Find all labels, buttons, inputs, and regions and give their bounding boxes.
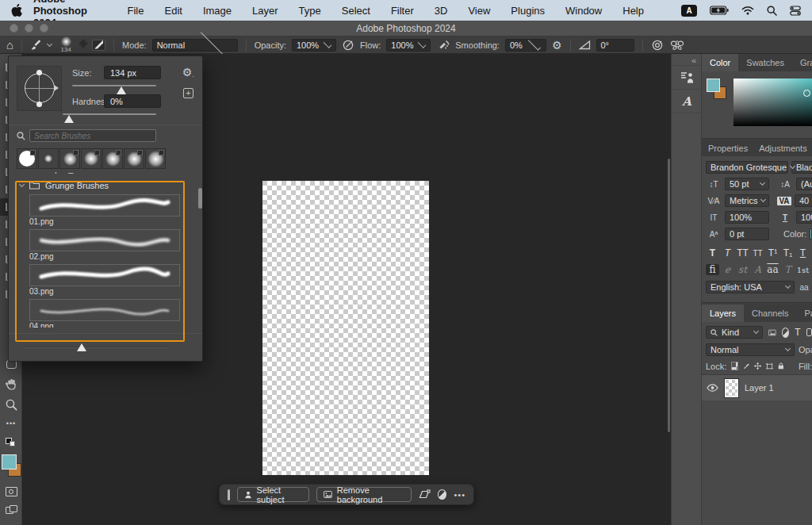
menu-edit[interactable]: Edit <box>154 5 192 17</box>
panel-fg-bg-swatches[interactable] <box>707 77 729 132</box>
brush-tile-soft[interactable] <box>145 148 166 169</box>
small-caps-button[interactable]: TT <box>751 249 764 258</box>
baseline-shift-input[interactable]: 0 pt <box>725 228 769 240</box>
brush-tool-preset-icon[interactable] <box>30 39 42 51</box>
brush-tile-soft[interactable] <box>59 148 80 169</box>
brush-item-03[interactable]: 03.png <box>29 264 180 297</box>
layer-visibility-eye-icon[interactable] <box>707 384 718 392</box>
foreground-color-swatch[interactable] <box>2 454 17 469</box>
foreground-background-swatches[interactable] <box>1 454 21 478</box>
default-colors-icon[interactable] <box>6 436 17 446</box>
lock-position-icon[interactable] <box>754 361 761 371</box>
menu-select[interactable]: Select <box>331 5 381 17</box>
brush-popup-gear-icon[interactable]: ⚙˯ <box>182 66 194 79</box>
search-brushes-input[interactable] <box>29 129 156 142</box>
menu-view[interactable]: View <box>458 5 500 17</box>
leading-select[interactable]: (Auto) <box>796 178 812 190</box>
hand-tool-icon[interactable] <box>6 377 17 390</box>
input-source-icon[interactable]: A <box>681 5 697 17</box>
document-canvas-transparent[interactable] <box>262 181 429 475</box>
panel-foreground-swatch[interactable] <box>707 79 720 92</box>
menu-plugins[interactable]: Plugins <box>500 5 555 17</box>
brush-size-input[interactable]: 134 px <box>104 66 161 79</box>
brush-tile-soft[interactable] <box>81 148 102 169</box>
contextual-alternates-button[interactable]: ℯ <box>721 264 734 275</box>
font-style-select[interactable]: Black <box>791 161 812 174</box>
layer-filter-select[interactable]: Kind <box>706 326 763 339</box>
tab-color[interactable]: Color <box>702 54 738 71</box>
roundness-handle-bottom[interactable] <box>36 102 42 107</box>
chevron-down-icon[interactable] <box>19 182 25 187</box>
discretionary-ligatures-button[interactable]: st <box>736 264 749 275</box>
brush-list-scrollbar[interactable] <box>198 188 202 209</box>
apple-menu-icon[interactable] <box>11 4 22 17</box>
lock-transparency-icon[interactable] <box>731 362 737 370</box>
search-icon[interactable] <box>767 6 777 16</box>
swash-button[interactable]: A <box>751 264 764 275</box>
underline-button[interactable]: T <box>796 247 810 259</box>
menu-file[interactable]: File <box>117 5 155 17</box>
lock-all-icon[interactable] <box>778 361 784 371</box>
screen-mode-icon[interactable] <box>6 505 17 515</box>
menu-type[interactable]: Type <box>289 5 331 17</box>
preview-size-slider-track[interactable] <box>23 347 167 348</box>
battery-icon[interactable] <box>710 6 729 15</box>
kerning-select[interactable]: Metrics <box>725 194 769 207</box>
brush-picker-chevron-icon[interactable] <box>79 39 87 48</box>
paint-symmetry-icon[interactable] <box>669 39 685 51</box>
adjustments-icon[interactable] <box>438 489 446 500</box>
menu-image[interactable]: Image <box>193 5 242 17</box>
faux-bold-button[interactable]: T <box>706 247 719 259</box>
menu-window[interactable]: Window <box>555 5 612 17</box>
collapse-panels-icon[interactable]: « <box>672 54 701 65</box>
document-scrollbar[interactable] <box>668 159 670 432</box>
opacity-pressure-icon[interactable] <box>342 40 354 51</box>
tab-gradients[interactable]: Gradients <box>792 54 812 71</box>
ordinals-button[interactable]: 1st <box>796 266 810 274</box>
brush-item-02[interactable]: 02.png <box>29 229 180 262</box>
filter-shape-layers-icon[interactable] <box>806 328 812 336</box>
brush-folder-grunge[interactable]: Grunge Brushes <box>17 178 185 193</box>
color-picker-cursor[interactable] <box>803 90 810 97</box>
menu-help[interactable]: Help <box>612 5 654 17</box>
lock-artboard-icon[interactable] <box>766 362 773 371</box>
brush-hardness-input[interactable]: 0% <box>104 94 161 108</box>
tab-channels[interactable]: Channels <box>744 305 796 322</box>
toggle-brush-settings-icon[interactable] <box>92 40 105 51</box>
tool-preset-chevron-icon[interactable] <box>47 40 52 46</box>
tracking-select[interactable]: 40 <box>795 194 812 207</box>
menu-layer[interactable]: Layer <box>242 5 289 17</box>
flow-select[interactable]: 100% <box>386 39 431 52</box>
color-picker-gradient[interactable] <box>733 79 812 126</box>
brush-preset-picker[interactable]: 134 <box>57 36 75 53</box>
tab-properties[interactable]: Properties <box>702 140 754 156</box>
smoothing-gear-icon[interactable]: ⚙ <box>552 39 562 52</box>
language-select[interactable]: English: USA <box>706 281 795 293</box>
wifi-icon[interactable] <box>741 6 754 15</box>
brush-tile-soft[interactable] <box>102 148 123 169</box>
ligatures-button[interactable]: fi <box>706 264 719 275</box>
transform-icon[interactable] <box>419 489 431 500</box>
brush-item-04[interactable]: 04.png <box>29 299 180 328</box>
new-brush-icon[interactable]: + <box>183 88 193 98</box>
filter-type-layers-icon[interactable]: T <box>795 327 800 338</box>
lock-paint-icon[interactable] <box>743 362 749 371</box>
tab-paths[interactable]: Paths <box>797 305 812 322</box>
brush-tile-sampled[interactable] <box>17 148 37 169</box>
faux-italic-button[interactable]: T <box>721 247 734 259</box>
hardness-slider-thumb[interactable] <box>64 115 74 123</box>
tab-layers[interactable]: Layers <box>702 305 744 322</box>
character-styles-panel-icon[interactable] <box>672 65 702 89</box>
layer-thumbnail[interactable] <box>725 379 738 397</box>
preview-size-slider-thumb[interactable] <box>77 343 86 351</box>
font-size-select[interactable]: 50 pt <box>725 178 769 190</box>
control-center-icon[interactable] <box>790 6 801 16</box>
subscript-button[interactable]: T₁ <box>781 247 795 259</box>
tab-adjustments[interactable]: Adjustments <box>754 140 812 156</box>
layer-row-layer1[interactable]: Layer 1 <box>702 375 812 400</box>
filter-pixel-layers-icon[interactable] <box>768 328 776 337</box>
layer-blend-mode-select[interactable]: Normal <box>706 343 795 356</box>
blend-mode-select[interactable]: Normal <box>152 39 238 52</box>
stylistic-alternates-button[interactable]: aa <box>766 264 779 275</box>
vertical-scale-input[interactable]: 100% <box>725 211 769 224</box>
